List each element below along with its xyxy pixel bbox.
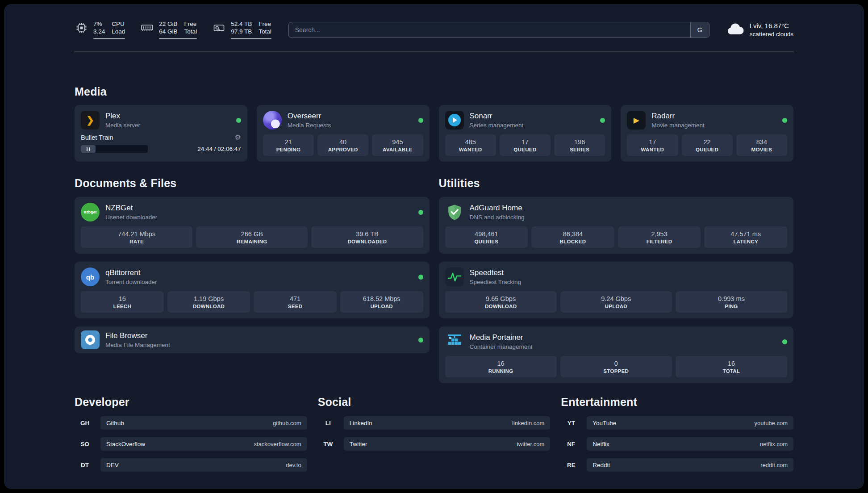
section-documents: Documents & Files nzbget NZBGet Usenet d… — [75, 177, 430, 383]
stat-value: 17 — [522, 138, 529, 146]
stat-label: FILTERED — [647, 239, 672, 244]
search-input[interactable] — [289, 22, 690, 38]
stat-label: PING — [725, 304, 738, 309]
stat-tile-latency: 47.571 ms LATENCY — [704, 226, 787, 248]
bookmark-abbr: RE — [561, 462, 581, 468]
radarr-icon — [627, 111, 646, 130]
app-card-qbittorrent[interactable]: qb qBittorrent Torrent downloader 16 LEE… — [75, 262, 430, 318]
stat-tile-series: 196 SERIES — [554, 134, 605, 156]
app-subtitle: Series management — [470, 122, 524, 129]
bookmark-link[interactable]: Twitter twitter.com — [344, 437, 551, 451]
app-card-nzbget[interactable]: nzbget NZBGet Usenet downloader 744.21 M… — [75, 197, 430, 254]
stat-tile-pending: 21 PENDING — [263, 134, 314, 156]
stat-value: 471 — [290, 295, 300, 302]
stat-value: 618.52 Mbps — [363, 295, 401, 302]
memory-free-value: 22 GiB — [159, 20, 177, 28]
bookmark-link[interactable]: Github github.com — [100, 416, 307, 430]
bookmark-github[interactable]: GH Github github.com — [75, 416, 307, 430]
disk-usage-bar — [231, 38, 271, 39]
bookmark-link[interactable]: LinkedIn linkedin.com — [344, 416, 551, 430]
weather-widget: Lviv, 16.87°C scattered clouds — [726, 22, 793, 38]
stat-label: AVAILABLE — [383, 147, 413, 152]
stat-tile-remaining: 266 GB REMAINING — [196, 226, 308, 248]
stat-tile-ping: 0.993 ms PING — [676, 291, 787, 313]
app-name: Speedtest — [470, 268, 522, 277]
status-dot — [782, 118, 787, 123]
hard-disk-icon — [212, 21, 225, 34]
stat-label: SERIES — [570, 147, 589, 152]
disk-free-value: 52.4 TB — [231, 20, 252, 28]
bookmark-netflix[interactable]: NF Netflix netflix.com — [561, 437, 793, 451]
stat-label: STOPPED — [603, 368, 629, 374]
stat-label: RUNNING — [488, 368, 513, 374]
cloud-icon — [726, 23, 744, 37]
app-card-filebrowser[interactable]: File Browser Media File Management — [75, 326, 430, 353]
bookmark-group-developer: Developer GH Github github.com SO StackO… — [75, 396, 307, 472]
bookmark-link[interactable]: YouTube youtube.com — [587, 416, 793, 430]
app-card-sonarr[interactable]: Sonarr Series management 485 WANTED 17 Q… — [439, 105, 612, 162]
playback-progress-fill — [81, 145, 96, 153]
bookmark-stackoverflow[interactable]: SO StackOverflow stackoverflow.com — [75, 437, 307, 451]
app-subtitle: Media File Management — [105, 342, 170, 348]
bookmark-url: reddit.com — [760, 462, 788, 468]
stat-tile-approved: 40 APPROVED — [317, 134, 368, 156]
search-bar: G — [288, 22, 709, 38]
bookmark-url: netflix.com — [760, 441, 788, 447]
stat-value: 834 — [756, 138, 767, 146]
status-dot — [418, 275, 423, 280]
app-card-radarr[interactable]: Radarr Movie management 17 WANTED 22 QUE… — [621, 105, 793, 162]
app-card-adguard[interactable]: AdGuard Home DNS and adblocking 498,461 … — [439, 197, 794, 254]
stat-value: 945 — [392, 138, 403, 146]
bookmark-name: Twitter — [350, 441, 367, 447]
app-card-portainer[interactable]: Media Portainer Container management 16 … — [439, 326, 794, 383]
bookmark-twitter[interactable]: TW Twitter twitter.com — [318, 437, 551, 451]
app-card-overseerr[interactable]: Overseerr Media Requests 21 PENDING 40 A… — [257, 105, 430, 162]
bookmark-group-social: Social LI LinkedIn linkedin.com TW Twitt… — [318, 396, 551, 472]
stat-value: 266 GB — [241, 230, 263, 238]
status-dot — [418, 210, 423, 215]
pause-icon[interactable] — [87, 147, 90, 151]
disk-total-label: Total — [259, 28, 271, 35]
bookmark-group-entertainment: Entertainment YT YouTube youtube.com NF … — [561, 396, 793, 472]
app-card-speedtest[interactable]: Speedtest Speedtest Tracking 9.65 Gbps D… — [439, 262, 794, 318]
system-metrics: 7% 3.24 CPU Load — [75, 20, 271, 39]
bookmark-youtube[interactable]: YT YouTube youtube.com — [561, 416, 793, 430]
stat-label: QUEUED — [696, 147, 718, 152]
stat-label: LATENCY — [733, 239, 758, 244]
memory-metric: 22 GiB 64 GiB Free Total — [140, 20, 197, 39]
bookmark-link[interactable]: StackOverflow stackoverflow.com — [100, 437, 307, 451]
nzbget-icon-text: nzbget — [84, 210, 97, 214]
memory-free-label: Free — [184, 20, 197, 28]
middle-columns: Documents & Files nzbget NZBGet Usenet d… — [75, 177, 793, 383]
bookmark-link[interactable]: DEV dev.to — [100, 458, 307, 472]
search-engine-button[interactable]: G — [690, 22, 709, 38]
playback-progress-bar[interactable] — [81, 145, 148, 153]
app-card-plex[interactable]: Plex Media server Bullet Train — [75, 105, 247, 162]
bookmark-abbr: GH — [75, 420, 95, 426]
bookmark-name: YouTube — [593, 420, 616, 426]
bookmark-reddit[interactable]: RE Reddit reddit.com — [561, 458, 793, 472]
stats-row: 21 PENDING 40 APPROVED 945 AVAILABLE — [263, 134, 423, 156]
bookmark-linkedin[interactable]: LI LinkedIn linkedin.com — [318, 416, 551, 430]
speedtest-icon — [445, 267, 464, 286]
gear-icon[interactable] — [234, 134, 241, 141]
bookmark-link[interactable]: Reddit reddit.com — [587, 458, 793, 472]
stat-label: WANTED — [459, 147, 482, 152]
media-grid: Plex Media server Bullet Train — [75, 105, 793, 162]
stat-tile-queued: 22 QUEUED — [682, 134, 733, 156]
bookmark-abbr: TW — [318, 441, 338, 447]
dashboard: 7% 3.24 CPU Load — [4, 4, 864, 489]
stat-tile-movies: 834 MOVIES — [736, 134, 787, 156]
bookmark-url: dev.to — [286, 462, 301, 468]
bookmark-link[interactable]: Netflix netflix.com — [587, 437, 793, 451]
section-title-social: Social — [318, 396, 551, 409]
playback-time: 24:44 / 02:06:47 — [197, 146, 241, 152]
section-title-developer: Developer — [75, 396, 307, 409]
stats-row: 485 WANTED 17 QUEUED 196 SERIES — [445, 134, 605, 156]
cpu-usage-value: 7% — [93, 20, 105, 28]
bookmark-url: stackoverflow.com — [254, 441, 301, 447]
bookmark-dev[interactable]: DT DEV dev.to — [75, 458, 307, 472]
stat-label: UPLOAD — [605, 304, 627, 309]
app-subtitle: DNS and adblocking — [470, 214, 525, 221]
app-name: qBittorrent — [105, 268, 157, 277]
